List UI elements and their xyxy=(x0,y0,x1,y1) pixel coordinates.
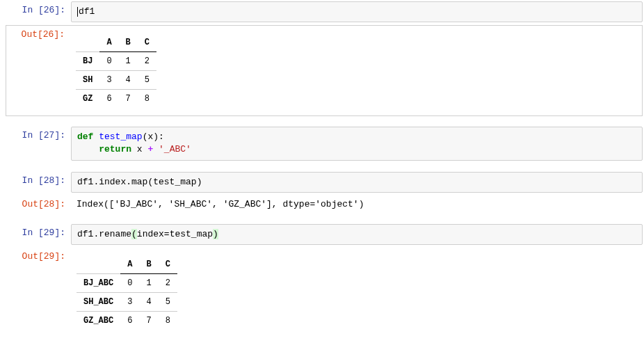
table-header-A: A xyxy=(120,255,139,274)
table-cell: 1 xyxy=(139,273,158,292)
table-header-C: C xyxy=(138,33,156,52)
table-cell: 0 xyxy=(120,273,139,292)
cell-in-26: In [26]: df1 xyxy=(1,1,643,22)
table-row: SH_ABC 3 4 5 xyxy=(77,292,177,311)
code-input-27[interactable]: def test_map(x): return x + '_ABC' xyxy=(71,127,643,160)
keyword-def: def xyxy=(77,131,93,142)
cell-out-28: Out[28]: Index(['BJ_ABC', 'SH_ABC', 'GZ_… xyxy=(1,196,643,213)
cell-in-27: In [27]: def test_map(x): return x + '_A… xyxy=(1,127,643,160)
output-text-28: Index(['BJ_ABC', 'SH_ABC', 'GZ_ABC'], dt… xyxy=(71,196,643,213)
table-header-B: B xyxy=(119,33,138,52)
table-row: BJ 0 1 2 xyxy=(76,52,156,71)
table-header-A: A xyxy=(99,33,118,52)
out-prompt-26: Out[26]: xyxy=(6,26,70,43)
table-cell: 5 xyxy=(138,71,156,90)
table-cell: 8 xyxy=(159,311,177,330)
table-row: SH 3 4 5 xyxy=(76,71,156,90)
string-literal: '_ABC' xyxy=(153,144,191,154)
table-cell: 6 xyxy=(99,90,118,109)
in-prompt-26: In [26]: xyxy=(1,1,71,19)
code-input-29[interactable]: df1.rename(index=test_map) xyxy=(71,224,643,245)
table-cell: 4 xyxy=(139,292,158,311)
table-cell: 5 xyxy=(159,292,177,311)
table-cell: 7 xyxy=(139,311,158,330)
code-text-26: df1 xyxy=(79,6,95,17)
table-row: GZ_ABC 6 7 8 xyxy=(77,311,177,330)
in-prompt-29: In [29]: xyxy=(1,224,71,241)
cursor-icon xyxy=(77,7,78,17)
cell-out-29: Out[29]: A B C BJ_ABC 0 1 2 SH_ABC xyxy=(1,248,643,337)
in-prompt-28: In [28]: xyxy=(1,172,71,189)
row-label: BJ_ABC xyxy=(77,273,120,292)
table-header-row: A B C xyxy=(76,33,156,52)
output-html-26: A B C BJ 0 1 2 SH 3 4 5 xyxy=(70,26,642,115)
cell-in-29: In [29]: df1.rename(index=test_map) xyxy=(1,224,643,245)
table-cell: 2 xyxy=(138,52,156,71)
dataframe-table-29: A B C BJ_ABC 0 1 2 SH_ABC 3 4 5 xyxy=(77,255,177,330)
code-input-28[interactable]: df1.index.map(test_map) xyxy=(71,172,643,193)
table-row: BJ_ABC 0 1 2 xyxy=(77,273,177,292)
table-header-row: A B C xyxy=(77,255,177,274)
paren-highlight-open: ( xyxy=(131,229,137,239)
table-header-B: B xyxy=(139,255,158,274)
code-text-28: df1.index.map(test_map) xyxy=(77,177,202,187)
table-cell: 6 xyxy=(120,311,139,330)
row-label: GZ xyxy=(76,90,99,109)
cell-out-26-block: Out[26]: A B C BJ 0 1 2 SH xyxy=(6,25,643,116)
table-cell: 8 xyxy=(138,90,156,109)
row-label: BJ xyxy=(76,52,99,71)
row-label: SH xyxy=(76,71,99,90)
out-prompt-28: Out[28]: xyxy=(1,196,71,213)
table-cell: 7 xyxy=(119,90,138,109)
code-input-26[interactable]: df1 xyxy=(71,1,643,22)
code-expr: x xyxy=(131,144,147,154)
paren-highlight-close: ) xyxy=(213,229,218,239)
table-header-blank xyxy=(76,33,99,52)
table-header-C: C xyxy=(159,255,177,274)
row-label: GZ_ABC xyxy=(77,311,120,330)
code-pre: df1.rename xyxy=(77,229,131,239)
dataframe-table-26: A B C BJ 0 1 2 SH 3 4 5 xyxy=(76,33,156,108)
code-mid: index=test_map xyxy=(137,229,213,239)
table-header-blank xyxy=(77,255,120,274)
cell-in-28: In [28]: df1.index.map(test_map) xyxy=(1,172,643,193)
table-cell: 2 xyxy=(159,273,177,292)
table-cell: 3 xyxy=(99,71,118,90)
table-cell: 1 xyxy=(119,52,138,71)
code-args: (x): xyxy=(143,131,164,142)
table-row: GZ 6 7 8 xyxy=(76,90,156,109)
function-name: test_map xyxy=(99,131,142,142)
table-cell: 3 xyxy=(120,292,139,311)
keyword-return: return xyxy=(99,144,131,154)
output-html-29: A B C BJ_ABC 0 1 2 SH_ABC 3 4 5 xyxy=(71,248,643,337)
row-label: SH_ABC xyxy=(77,292,120,311)
out-prompt-29: Out[29]: xyxy=(1,248,71,265)
table-cell: 0 xyxy=(99,52,118,71)
in-prompt-27: In [27]: xyxy=(1,127,71,144)
table-cell: 4 xyxy=(119,71,138,90)
